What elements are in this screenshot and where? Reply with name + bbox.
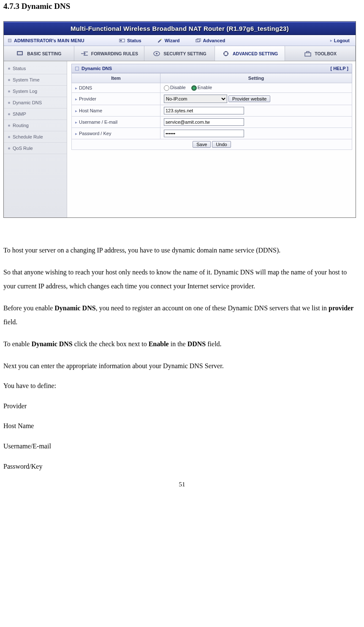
triangle-icon: ▸ (330, 38, 332, 43)
dot-icon (8, 102, 10, 104)
row-arrow-icon: ▸ (75, 86, 77, 90)
settings-table: Item Setting ▸DDNS Disable Enable ▸Provi… (71, 73, 352, 150)
bullet-icon (8, 39, 11, 42)
menu-advanced[interactable]: Advanced (187, 38, 233, 43)
sidebar-item-label: Schedule Rule (13, 134, 43, 139)
sidebar-item-label: Routing (13, 123, 29, 128)
hostname-label: Host Name (79, 108, 102, 113)
row-password: ▸Password / Key (72, 128, 352, 139)
list-password: Password/Key (3, 461, 361, 472)
advanced-setting-icon (222, 50, 230, 57)
tab-toolbox[interactable]: TOOLBOX (285, 46, 356, 61)
row-username: ▸Username / E-mail (72, 116, 352, 128)
dot-icon (8, 125, 10, 127)
tab-security-setting[interactable]: SECURITY SETTING (144, 46, 215, 61)
square-icon (75, 67, 79, 71)
advanced-icon (195, 38, 201, 43)
username-input[interactable] (164, 118, 244, 126)
menu-logout-label: Logout (334, 38, 350, 43)
admin-menu-label: ADMINISTRATOR's MAIN MENU (4, 38, 111, 43)
enable-text: Enable (198, 85, 212, 90)
router-titlebar: Multi-Functional Wireless Broadband NAT … (4, 22, 356, 35)
sidebar-item-label: SNMP (13, 111, 26, 117)
tab-label: BASIC SETTING (27, 51, 61, 56)
help-link[interactable]: [ HELP ] (330, 66, 348, 71)
hostname-input[interactable] (164, 107, 244, 114)
page-number: 51 (3, 481, 361, 488)
svg-rect-1 (120, 40, 122, 41)
provider-website-button[interactable]: Provider website (228, 95, 270, 102)
admin-menu-text: ADMINISTRATOR's MAIN MENU (14, 38, 84, 43)
save-button[interactable]: Save (193, 141, 211, 148)
sidebar-item-snmp[interactable]: SNMP (4, 109, 67, 120)
dot-icon (8, 68, 10, 70)
undo-button[interactable]: Undo (212, 141, 231, 148)
provider-label: Provider (79, 96, 96, 101)
row-arrow-icon: ▸ (75, 97, 77, 101)
router-screenshot: Multi-Functional Wireless Broadband NAT … (3, 21, 356, 218)
username-label: Username / E-mail (79, 119, 117, 125)
row-provider: ▸Provider No-IP.com Provider website (72, 92, 352, 105)
button-row: Save Undo (72, 139, 352, 149)
tab-forwarding-rules[interactable]: FORWARDING RULES (74, 46, 145, 61)
tab-label: FORWARDING RULES (91, 51, 138, 56)
paragraph-3: Before you enable Dynamic DNS, you need … (3, 301, 361, 329)
sidebar-item-system-log[interactable]: System Log (4, 86, 67, 97)
tab-label: SECURITY SETTING (163, 51, 206, 56)
row-arrow-icon: ▸ (75, 109, 77, 113)
sidebar: Status System Time System Log Dynamic DN… (4, 61, 67, 217)
menu-wizard-label: Wizard (165, 38, 180, 43)
col-item: Item (72, 73, 160, 83)
dot-icon (8, 147, 10, 149)
tab-label: TOOLBOX (315, 51, 337, 56)
list-username: Username/E-mail (3, 441, 361, 452)
row-ddns: ▸DDNS Disable Enable (72, 83, 352, 93)
col-setting: Setting (160, 73, 352, 83)
sidebar-item-dynamic-dns[interactable]: Dynamic DNS (4, 97, 67, 109)
sidebar-item-schedule-rule[interactable]: Schedule Rule (4, 131, 67, 143)
paragraph-2: So that anyone wishing to reach your hos… (3, 265, 361, 293)
tab-bar: BASIC SETTING FORWARDING RULES SECURITY … (4, 46, 356, 61)
sidebar-item-system-time[interactable]: System Time (4, 74, 67, 86)
tab-basic-setting[interactable]: BASIC SETTING (4, 46, 74, 61)
section-heading: 4.7.3 Dynamic DNS (3, 2, 361, 11)
forwarding-icon (80, 50, 89, 57)
row-arrow-icon: ▸ (75, 120, 77, 125)
disable-text: Disable (170, 85, 186, 90)
ddns-enable-option[interactable]: Enable (191, 85, 212, 90)
content-panel: Dynamic DNS [ HELP ] Item Setting ▸DDNS … (67, 61, 356, 217)
ddns-label: DDNS (79, 85, 92, 90)
menu-wizard[interactable]: Wizard (149, 38, 187, 43)
sidebar-item-status[interactable]: Status (4, 63, 67, 74)
panel-title-text: Dynamic DNS (81, 66, 112, 71)
ddns-disable-option[interactable]: Disable (164, 85, 186, 90)
status-icon (119, 38, 125, 43)
menu-status[interactable]: Status (111, 38, 149, 43)
row-arrow-icon: ▸ (75, 131, 77, 136)
svg-rect-10 (305, 53, 311, 56)
ddns-enable-radio[interactable] (191, 85, 197, 91)
svg-rect-4 (197, 38, 201, 41)
sidebar-item-qos-rule[interactable]: QoS Rule (4, 143, 67, 154)
paragraph-5: Next you can enter the appropriate infor… (3, 359, 361, 373)
sidebar-item-label: QoS Rule (13, 146, 33, 151)
password-label: Password / Key (79, 131, 111, 136)
paragraph-6: You have to define: (3, 380, 361, 391)
list-hostname: Host Name (3, 421, 361, 432)
paragraph-1: To host your server on a changing IP add… (3, 243, 361, 258)
password-input[interactable] (164, 130, 244, 137)
tab-advanced-setting[interactable]: ADVANCED SETTING (215, 46, 285, 61)
sidebar-item-routing[interactable]: Routing (4, 120, 67, 131)
menu-logout[interactable]: ▸ Logout (330, 38, 356, 43)
sidebar-item-label: System Time (13, 77, 40, 82)
provider-select[interactable]: No-IP.com (164, 95, 227, 103)
dot-icon (8, 113, 10, 115)
dot-icon (8, 90, 10, 92)
svg-point-8 (156, 53, 158, 54)
wizard-icon (157, 38, 163, 43)
toolbox-icon (304, 50, 312, 57)
ddns-disable-radio[interactable] (164, 85, 169, 91)
svg-point-2 (160, 39, 162, 40)
dot-icon (8, 136, 10, 138)
tab-label: ADVANCED SETTING (233, 51, 278, 56)
